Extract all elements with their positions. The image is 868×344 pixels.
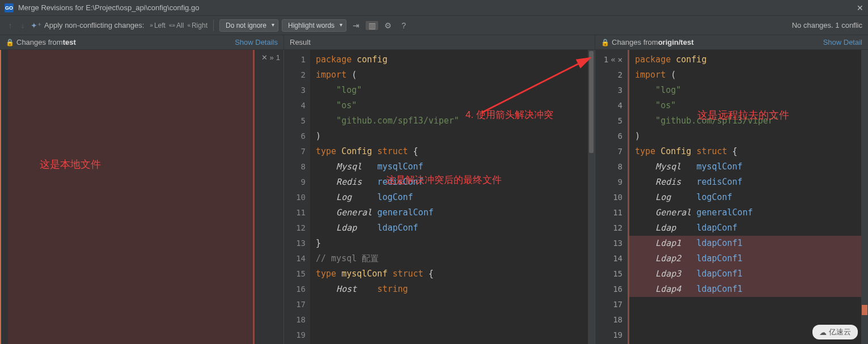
line-1: 1 [276,53,280,62]
next-change-icon[interactable]: ↓ [18,21,27,30]
center-code[interactable]: package configimport ( "log" "os" "githu… [310,50,588,344]
show-details-left[interactable]: Show Details [235,38,278,46]
show-details-right[interactable]: Show Detail [823,38,862,46]
lock-icon: 🔒 [6,39,14,46]
watermark-text: 亿速云 [829,327,851,337]
right-editor[interactable]: 1«✕234567891011121314151617181920 packag… [595,50,868,344]
left-header-branch: test [63,38,76,46]
settings-icon[interactable]: ⚙ [382,21,394,30]
apply-label: Apply non-conflicting changes: [44,21,144,29]
reject-icon[interactable]: ✕ [618,52,623,67]
collapse-icon[interactable]: ⇥ [350,21,362,30]
center-editor[interactable]: 1234567891011121314151617181920 package … [284,50,595,344]
cloud-icon: ☁ [819,328,827,337]
center-header-label: Result [290,38,311,46]
reject-icon[interactable]: ✕ [261,53,268,62]
right-merge-actions[interactable]: 1«✕234567891011121314151617181920 [595,50,626,344]
prev-change-icon[interactable]: ↑ [6,21,15,30]
apply-left-button[interactable]: »Left [150,22,166,29]
center-gutter: 1234567891011121314151617181920 [284,50,310,344]
help-icon[interactable]: ? [397,21,410,30]
center-header: Result [284,35,595,49]
watermark: ☁ 亿速云 [812,325,858,339]
sync-scroll-icon[interactable]: ▥ [366,21,378,30]
titlebar: GO Merge Revisions for E:\Project\osp_ap… [0,0,868,16]
right-header-branch: origin/test [658,38,694,46]
left-header: 🔒 Changes from test Show Details [0,35,284,49]
ignore-dropdown[interactable]: Do not ignore [219,19,278,32]
scrollbar-thumb[interactable] [589,51,594,153]
scrollbar-conflict-marker [862,305,867,315]
apply-right-button[interactable]: «Right [187,22,208,29]
accept-right-icon[interactable]: » [270,53,274,62]
left-editor[interactable]: ✕ » 1 这是本地文件 [0,50,284,344]
right-code[interactable]: package configimport ( "log" "os" "githu… [629,50,861,344]
separator [213,20,214,31]
right-header: 🔒 Changes from origin/test Show Detail [595,35,868,49]
magic-resolve-icon[interactable]: ✦⁺ [31,21,41,30]
right-scrollbar[interactable] [861,50,868,344]
editors-area: ✕ » 1 这是本地文件 123456789101112131415161718… [0,50,868,344]
left-marker-gutter [0,50,8,344]
window-title: Merge Revisions for E:\Project\osp_api\c… [18,3,857,12]
go-icon: GO [5,3,14,12]
status-text: No changes. 1 conflic [792,21,862,29]
accept-left-icon[interactable]: « [611,52,615,67]
highlight-dropdown[interactable]: Highlight words [282,19,346,32]
panel-headers: 🔒 Changes from test Show Details Result … [0,35,868,50]
center-scrollbar[interactable] [588,50,595,344]
left-header-label: Changes from [16,38,63,46]
left-code[interactable] [8,50,253,344]
toolbar: ↑ ↓ ✦⁺ Apply non-conflicting changes: »L… [0,16,868,35]
lock-icon: 🔒 [601,39,609,46]
right-header-label: Changes from [612,38,658,46]
left-merge-actions[interactable]: ✕ » 1 [253,50,283,344]
close-icon[interactable]: ✕ [857,3,863,12]
apply-all-button[interactable]: «»All [169,22,184,29]
